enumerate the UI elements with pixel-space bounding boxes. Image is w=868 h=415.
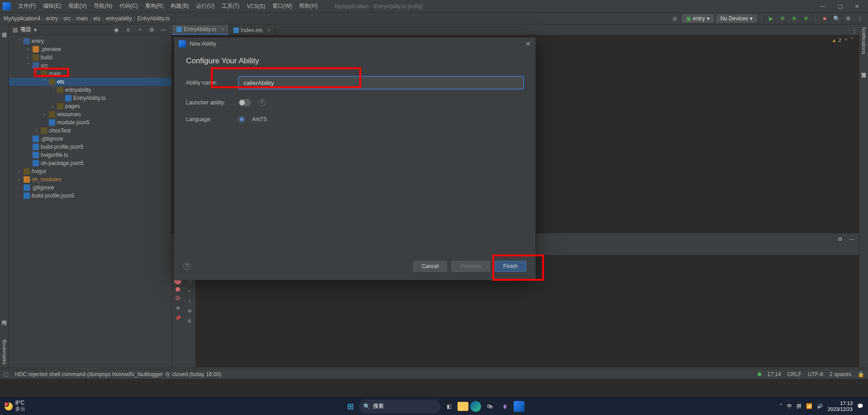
menu-edit[interactable]: 编辑(E): [39, 2, 65, 10]
right-gutter-notifications[interactable]: Notifications: [861, 24, 867, 57]
inspection-widget[interactable]: ▲2^˅: [832, 37, 854, 43]
menu-run[interactable]: 运行(U): [192, 2, 218, 10]
close-tab-icon[interactable]: ×: [267, 27, 271, 33]
tree-row[interactable]: build-profile.json5: [9, 192, 172, 200]
dialog-close-icon[interactable]: ✕: [525, 40, 531, 47]
tree-row[interactable]: ›hvigor: [9, 167, 172, 175]
panel-gear-icon[interactable]: ⚙: [835, 235, 844, 244]
wifi-icon[interactable]: 📶: [806, 403, 812, 409]
profile-icon[interactable]: ❉: [801, 14, 811, 23]
coverage-icon[interactable]: ❉: [790, 14, 799, 23]
status-lock-icon[interactable]: 🔒: [858, 371, 864, 377]
store-icon[interactable]: 🛍: [483, 400, 496, 413]
tree-row[interactable]: ›resources: [9, 110, 172, 118]
run-icon[interactable]: ▶: [766, 14, 775, 23]
tree-row[interactable]: build-profile.json5: [9, 143, 172, 151]
finish-button[interactable]: Finish: [495, 261, 526, 272]
help-icon[interactable]: ?: [258, 99, 266, 106]
editor-tab-active[interactable]: EntryAbility.ts×: [172, 25, 229, 35]
project-view-icon[interactable]: ▤: [13, 27, 18, 33]
tree-row[interactable]: ›ohosTest: [9, 127, 172, 135]
stop-icon[interactable]: ■: [820, 14, 829, 23]
launcher-ability-toggle[interactable]: [238, 99, 251, 106]
expand-icon[interactable]: ÷: [135, 25, 144, 34]
tree-row[interactable]: ˅ets: [9, 78, 172, 86]
start-icon[interactable]: ⊞: [343, 400, 357, 413]
breakpoint-icon[interactable]: [176, 287, 180, 292]
status-line-sep[interactable]: CRLF: [787, 371, 801, 377]
menu-build[interactable]: 构建(B): [167, 2, 192, 10]
devstudio-icon[interactable]: [514, 401, 525, 412]
clear-icon[interactable]: 🗑: [186, 317, 193, 324]
menu-navigate[interactable]: 导航(N): [90, 2, 116, 10]
more-icon[interactable]: ⋮: [855, 14, 864, 23]
menu-view[interactable]: 视图(V): [65, 2, 90, 10]
editor-more-icon[interactable]: ⋮: [850, 26, 859, 35]
edge-icon[interactable]: [470, 401, 481, 412]
tree-row[interactable]: .gitignore: [9, 184, 172, 192]
tree-row[interactable]: ˅main: [9, 70, 172, 78]
window-minimize-icon[interactable]: —: [816, 3, 829, 9]
crumb-1[interactable]: entry: [46, 15, 58, 22]
task-view-icon[interactable]: ◧: [442, 400, 456, 413]
close-tab-icon[interactable]: ×: [221, 26, 224, 33]
tree-row[interactable]: EntryAbility.ts: [9, 94, 172, 102]
print-icon[interactable]: 🖶: [186, 307, 193, 314]
language-arkts-radio[interactable]: [238, 116, 245, 123]
run-config-module[interactable]: ▣entry ▾: [682, 14, 714, 23]
panel-hide-icon[interactable]: —: [847, 235, 856, 244]
crumb-6[interactable]: EntryAbility.ts: [137, 15, 170, 22]
crumb-2[interactable]: src: [63, 15, 71, 22]
status-encoding[interactable]: UTF-8: [808, 371, 823, 377]
window-maximize-icon[interactable]: ▢: [834, 3, 846, 9]
gear-icon[interactable]: ⚙: [147, 25, 156, 34]
device-selector[interactable]: No Devices ▾: [716, 14, 757, 23]
menu-code[interactable]: 代码(C): [116, 2, 142, 10]
explorer-icon[interactable]: [458, 402, 468, 411]
sync-icon[interactable]: ◎: [670, 14, 679, 23]
dialog-help-icon[interactable]: ?: [183, 263, 191, 270]
tree-row[interactable]: .gitignore: [9, 135, 172, 143]
right-gutter-previewer[interactable]: 预览器: [860, 66, 867, 71]
tree-row[interactable]: ›build: [9, 53, 172, 61]
cancel-button[interactable]: Cancel: [413, 261, 447, 272]
weather-widget[interactable]: 1 8°C 多云: [5, 400, 25, 412]
menu-vcs[interactable]: VCS(S): [243, 3, 269, 9]
volume-icon[interactable]: 🔊: [817, 403, 823, 409]
vs-icon[interactable]: ⬮: [498, 400, 512, 413]
clock[interactable]: 17:13 2023/12/23: [828, 401, 853, 411]
tree-row[interactable]: ˅src: [9, 61, 172, 70]
locate-icon[interactable]: ◉: [112, 25, 121, 34]
project-tree[interactable]: ˅entry›.preview›build˅src˅main˅ets˅entry…: [9, 35, 172, 367]
tree-row[interactable]: module.json5: [9, 118, 172, 127]
menu-file[interactable]: 文件(F): [14, 2, 39, 10]
menu-window[interactable]: 窗口(W): [269, 2, 296, 10]
tree-row[interactable]: ›pages: [9, 102, 172, 110]
crumb-0[interactable]: MyApplication4: [4, 15, 40, 22]
crumb-5[interactable]: entryability: [106, 15, 132, 22]
left-gutter-project[interactable]: 项目: [1, 26, 8, 32]
taskbar-search[interactable]: 🔍 搜索: [359, 400, 440, 413]
window-close-icon[interactable]: ✕: [851, 3, 863, 9]
ime-lang[interactable]: 中: [787, 403, 792, 410]
crumb-3[interactable]: main: [76, 15, 88, 22]
tree-row[interactable]: hvigorfile.ts: [9, 151, 172, 159]
mute-bp-icon[interactable]: ⊘: [174, 294, 181, 302]
menu-tools[interactable]: 工具(T): [218, 2, 243, 10]
hide-icon[interactable]: —: [159, 25, 168, 34]
tree-row[interactable]: ›.preview: [9, 45, 172, 53]
left-gutter-bookmarks[interactable]: Bookmarks: [2, 337, 7, 367]
left-gutter-structure[interactable]: 结构: [1, 313, 8, 319]
tree-row[interactable]: ˅entry: [9, 37, 172, 45]
tray-chevron-icon[interactable]: ˄: [780, 403, 782, 409]
status-indent[interactable]: 2 spaces: [830, 371, 851, 377]
debug-icon[interactable]: ❉: [778, 14, 787, 23]
tree-row[interactable]: ›oh_modules: [9, 175, 172, 184]
search-icon[interactable]: 🔍: [832, 14, 841, 23]
menu-help[interactable]: 帮助(H): [296, 2, 321, 10]
ability-name-input[interactable]: [238, 76, 524, 89]
wrap-icon[interactable]: ↩: [186, 287, 193, 294]
tree-row[interactable]: ˅entryability: [9, 86, 172, 94]
notifications-icon[interactable]: 💬: [857, 403, 863, 409]
collapse-icon[interactable]: ≡: [124, 25, 133, 34]
